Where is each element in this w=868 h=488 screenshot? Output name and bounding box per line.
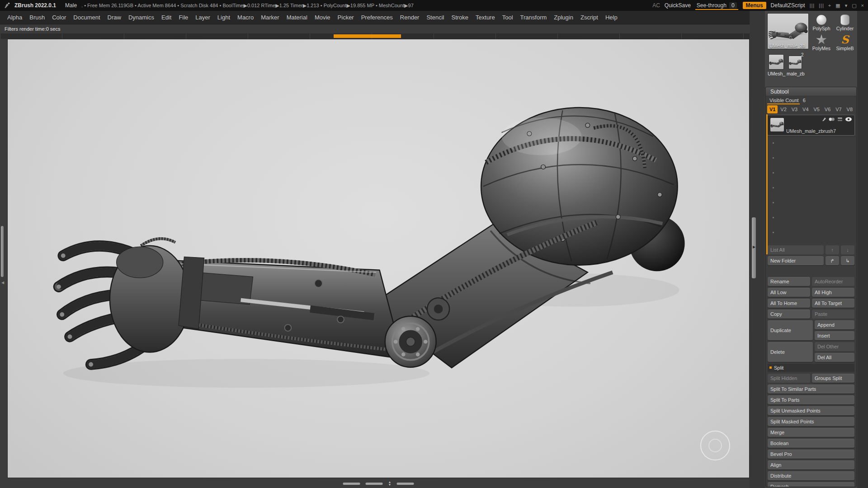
folder-in-icon[interactable]: ↳	[841, 256, 854, 265]
new-folder-button[interactable]: New Folder	[768, 256, 824, 265]
split-to-parts-button[interactable]: Split To Parts	[768, 395, 854, 404]
window-icon[interactable]: ▢	[852, 3, 857, 9]
merge-button[interactable]: Merge	[768, 428, 854, 437]
split-masked-points-button[interactable]: Split Masked Points	[768, 417, 854, 426]
menu-item-zscript[interactable]: Zscript	[577, 12, 602, 23]
menu-item-movie[interactable]: Movie	[311, 12, 334, 23]
folder-out-icon[interactable]: ↱	[826, 256, 839, 265]
tab-v7[interactable]: V7	[833, 105, 844, 113]
menu-item-render[interactable]: Render	[396, 12, 423, 23]
menu-item-document[interactable]: Document	[70, 12, 104, 23]
menu-item-brush[interactable]: Brush	[26, 12, 48, 23]
duplicate-button[interactable]: Duplicate	[768, 320, 813, 340]
tab-v6[interactable]: V6	[822, 105, 833, 113]
remesh-button[interactable]: Remesh	[768, 482, 854, 487]
split-unmasked-points-button[interactable]: Split Unmasked Points	[768, 406, 854, 415]
subtool-list-item[interactable]: UMesh_male_zbrush7	[767, 115, 855, 136]
h-scroll-pill[interactable]	[366, 483, 383, 485]
menu-item-light[interactable]: Light	[214, 12, 234, 23]
menu-item-macro[interactable]: Macro	[234, 12, 257, 23]
eye-visibility-icon[interactable]	[845, 117, 852, 122]
menu-item-zplugin[interactable]: Zplugin	[550, 12, 577, 23]
menu-item-file[interactable]: File	[175, 12, 192, 23]
del-all-button[interactable]: Del All	[815, 353, 854, 362]
viewport-canvas[interactable]	[7, 39, 750, 478]
menu-item-tool[interactable]: Tool	[499, 12, 517, 23]
menu-item-edit[interactable]: Edit	[158, 12, 175, 23]
divider-grip-icon[interactable]: |||	[819, 3, 824, 8]
all-to-home-button[interactable]: All To Home	[768, 299, 810, 308]
list-all-button[interactable]: List All	[768, 245, 824, 254]
subtool-empty-list[interactable]	[766, 136, 856, 244]
append-button[interactable]: Append	[815, 320, 854, 329]
split-section-header[interactable]: Split	[768, 364, 854, 372]
align-button[interactable]: Align	[768, 460, 854, 469]
polypaint-icon[interactable]	[829, 117, 835, 122]
tab-v4[interactable]: V4	[800, 105, 811, 113]
left-scrollbar[interactable]	[1, 226, 4, 277]
tab-v2[interactable]: V2	[778, 105, 788, 113]
split-hidden-button[interactable]: Split Hidden	[768, 374, 810, 383]
timeline-bar[interactable]	[0, 33, 750, 39]
timeline-scrubber[interactable]	[334, 34, 401, 38]
all-low-button[interactable]: All Low	[768, 288, 810, 297]
left-collapse-icon[interactable]: ◀	[1, 281, 4, 285]
menus-button[interactable]: Menus	[743, 2, 766, 9]
menu-item-stroke[interactable]: Stroke	[448, 12, 472, 23]
tool-thumbnail[interactable]	[788, 56, 802, 69]
tool-polymesh[interactable]: PolyMes	[810, 34, 833, 51]
all-high-button[interactable]: All High	[812, 288, 854, 297]
bevel-pro-button[interactable]: Bevel Pro	[768, 450, 854, 459]
tab-v5[interactable]: V5	[811, 105, 822, 113]
panel-layout-icon[interactable]: ▦	[835, 3, 840, 9]
tool-polysphere[interactable]: PolySph	[810, 14, 833, 31]
tab-v8[interactable]: V8	[844, 105, 855, 113]
menu-item-dynamics[interactable]: Dynamics	[125, 12, 158, 23]
menu-item-transform[interactable]: Transform	[517, 12, 551, 23]
chevron-down-icon[interactable]: ▾	[845, 3, 848, 9]
move-up-icon[interactable]: ↑	[826, 245, 839, 254]
insert-button[interactable]: Insert	[815, 331, 854, 340]
layers-icon[interactable]	[837, 117, 843, 122]
groups-split-button[interactable]: Groups Split	[812, 374, 854, 383]
active-tool-thumbnail[interactable]: UMesh_male_zb	[767, 13, 809, 49]
autoreorder-button[interactable]: AutoReorder	[812, 277, 854, 286]
rename-button[interactable]: Rename	[768, 277, 810, 286]
menu-item-material[interactable]: Material	[283, 12, 311, 23]
paste-button[interactable]: Paste	[812, 310, 854, 319]
menu-item-alpha[interactable]: Alpha	[4, 12, 26, 23]
menu-item-draw[interactable]: Draw	[104, 12, 125, 23]
tool-thumbnail[interactable]	[769, 54, 784, 70]
menu-item-preferences[interactable]: Preferences	[358, 12, 396, 23]
delete-button[interactable]: Delete	[768, 342, 813, 362]
subtool-header[interactable]: Subtool	[766, 87, 856, 96]
menu-item-color[interactable]: Color	[48, 12, 70, 23]
default-zscript-button[interactable]: DefaultZScript	[771, 2, 805, 9]
menu-item-marker[interactable]: Marker	[257, 12, 283, 23]
see-through-control[interactable]: See-through 0	[695, 1, 738, 10]
h-scroll-pill[interactable]	[343, 483, 360, 485]
tab-v1[interactable]: V1	[767, 105, 778, 113]
menu-item-picker[interactable]: Picker	[334, 12, 358, 23]
menu-item-help[interactable]: Help	[602, 12, 621, 23]
scroll-down-icon[interactable]: ▼	[388, 483, 392, 486]
tool-cylinder[interactable]: Cylinder	[834, 14, 856, 31]
divider-grip-icon[interactable]: |||	[810, 3, 815, 8]
quicksave-button[interactable]: QuickSave	[665, 2, 691, 9]
split-to-similar-parts-button[interactable]: Split To Similar Parts	[768, 385, 854, 394]
copy-button[interactable]: Copy	[768, 310, 810, 319]
menu-item-stencil[interactable]: Stencil	[423, 12, 448, 23]
move-down-icon[interactable]: ↓	[841, 245, 854, 254]
close-icon[interactable]: ×	[861, 3, 864, 8]
add-panel-icon[interactable]: +	[828, 3, 831, 8]
boolean-button[interactable]: Boolean	[768, 439, 854, 448]
menu-item-layer[interactable]: Layer	[192, 12, 214, 23]
tool-simplebrush[interactable]: S SimpleB	[834, 34, 856, 51]
panel-collapse-icon[interactable]: ▶	[753, 245, 755, 249]
distribute-button[interactable]: Distribute	[768, 471, 854, 480]
menu-item-texture[interactable]: Texture	[472, 12, 499, 23]
del-other-button[interactable]: Del Other	[815, 342, 854, 351]
tab-v3[interactable]: V3	[789, 105, 800, 113]
sculpt-brush-icon[interactable]	[822, 117, 826, 122]
h-scroll-pill[interactable]	[396, 483, 414, 485]
